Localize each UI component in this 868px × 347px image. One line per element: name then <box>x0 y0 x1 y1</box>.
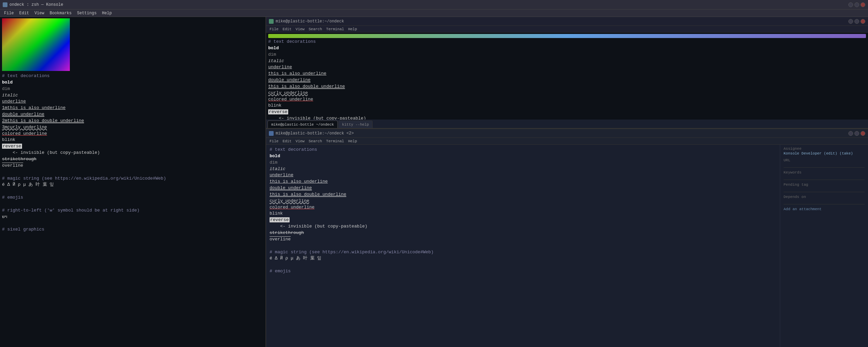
kitty-title: mike@plastic-bottle:~/ondeck <box>276 19 846 24</box>
kitty-menubar: File Edit View Search Terminal Help <box>266 26 868 33</box>
term-line: ויש <box>2 214 263 220</box>
term-line: bold <box>2 79 263 86</box>
kitty-terminal-output[interactable]: # text decorations bold dim italic under… <box>266 38 868 120</box>
menu-file[interactable]: File <box>1 11 17 16</box>
issue-menu-edit[interactable]: Edit <box>280 139 293 143</box>
menu-bookmarks[interactable]: Bookmarks <box>47 11 74 16</box>
sixel-graphics-image <box>2 18 70 71</box>
term-line: this is also double underline <box>268 84 866 90</box>
kitty-titlebar: mike@plastic-bottle:~/ondeck <box>266 17 868 26</box>
term-line: dim <box>268 52 866 58</box>
term-line: colored underline <box>2 131 263 137</box>
issue-maximize[interactable] <box>854 131 859 136</box>
menu-view[interactable]: View <box>32 11 47 16</box>
keywords-label: Keywords <box>784 170 865 175</box>
term-line: colored underline <box>270 204 776 211</box>
term-line: 3mcurly underline <box>2 124 263 131</box>
kitty-minimize[interactable] <box>848 19 853 24</box>
issue-panel-body: # text decorations bold dim italic under… <box>266 145 868 347</box>
menu-help[interactable]: Help <box>99 11 115 16</box>
kitty-menu-terminal[interactable]: Terminal <box>324 27 346 31</box>
maximize-button[interactable] <box>854 2 859 7</box>
kitty-menu-edit[interactable]: Edit <box>280 27 293 31</box>
issue-panel-menubar: File Edit View Search Terminal Help <box>266 138 868 145</box>
kitty-menu-view[interactable]: View <box>294 27 307 31</box>
term-line: overline <box>2 163 263 169</box>
kitty-tab-1[interactable]: mike@plastic-bottle ~/ondeck <box>268 121 338 128</box>
right-panel: mike@plastic-bottle:~/ondeck File Edit V… <box>266 17 868 347</box>
term-line: 1mthis is also underline <box>2 105 263 111</box>
main-content: # text decorations bold dim italic under… <box>0 17 868 347</box>
issue-close[interactable] <box>861 131 865 136</box>
add-attachment-field: Add an attachment <box>784 207 865 211</box>
term-line: # text decorations <box>270 147 776 153</box>
depends-on-value[interactable] <box>784 200 865 204</box>
issue-menu-file[interactable]: File <box>268 139 280 143</box>
close-button[interactable] <box>861 2 865 7</box>
window-controls <box>848 2 865 7</box>
term-line: underline <box>270 172 776 179</box>
issue-menu-help[interactable]: Help <box>346 139 359 143</box>
term-line: underline <box>2 98 263 105</box>
term-line: this is also double underline <box>270 191 776 198</box>
term-line: italic <box>2 92 263 99</box>
kitty-gradient-bar <box>268 34 866 38</box>
term-line: double underline <box>270 185 776 191</box>
issue-menu-terminal[interactable]: Terminal <box>324 139 346 143</box>
kitty-menu-search[interactable]: Search <box>307 27 324 31</box>
term-line: # magic string (see https://en.wikipedia… <box>270 249 776 256</box>
konsole-title: ondeck : zsh — Konsole <box>9 2 848 7</box>
term-line: # text decorations <box>2 73 263 79</box>
pending-tag-value[interactable] <box>784 187 865 192</box>
term-line: <- invisible (but copy-pasteable) <box>270 223 776 230</box>
kitty-menu-file[interactable]: File <box>268 27 280 31</box>
term-line: é Δ Й ρ μ あ 叶 葉 잎 <box>270 255 776 262</box>
issue-panel-icon <box>269 131 274 136</box>
keywords-value[interactable] <box>784 175 865 180</box>
menu-settings[interactable]: Settings <box>74 11 99 16</box>
konsole-terminal: # text decorations bold dim italic under… <box>0 17 266 347</box>
url-field: URL <box>784 158 865 168</box>
term-line: <- invisible (but copy-pasteable) <box>2 150 263 156</box>
pending-tag-label: Pending tag <box>784 183 865 187</box>
issue-panel-controls <box>848 131 865 136</box>
term-line: strikethrough <box>2 156 263 163</box>
term-line: # sixel graphics <box>2 226 263 233</box>
term-line <box>270 262 776 268</box>
term-line: underline <box>268 64 866 71</box>
kitty-icon <box>269 19 274 24</box>
issue-menu-search[interactable]: Search <box>307 139 324 143</box>
kitty-tab-2[interactable]: kitty --help <box>338 121 373 128</box>
terminal-output[interactable]: # text decorations bold dim italic under… <box>0 17 265 347</box>
kitty-maximize[interactable] <box>854 19 859 24</box>
issue-menu-view[interactable]: View <box>294 139 307 143</box>
depends-on-field: Depends on <box>784 195 865 204</box>
issue-minimize[interactable] <box>848 131 853 136</box>
konsole-menubar: File Edit View Bookmarks Settings Help <box>0 10 868 17</box>
issue-terminal-output[interactable]: # text decorations bold dim italic under… <box>266 145 780 347</box>
term-line: double underline <box>2 111 263 118</box>
issue-panel-titlebar: mike@plastic-bottle:~/ondeck <2> <box>266 129 868 138</box>
term-line: # text decorations <box>268 39 866 45</box>
menu-edit[interactable]: Edit <box>17 11 32 16</box>
konsole-icon <box>3 2 7 7</box>
assignee-label: Assignee <box>784 147 865 151</box>
assignee-field: Assignee Konsole Developer (edit) (take) <box>784 147 865 156</box>
kitty-menu-help[interactable]: Help <box>346 27 359 31</box>
add-attachment-button[interactable]: Add an attachment <box>784 207 865 211</box>
url-value[interactable] <box>784 163 865 168</box>
term-line <box>2 169 263 176</box>
kitty-tab-bar: mike@plastic-bottle ~/ondeck kitty --hel… <box>266 120 868 128</box>
term-line: this is also underline <box>270 179 776 185</box>
kitty-close[interactable] <box>861 19 865 24</box>
issue-sidebar: Assignee Konsole Developer (edit) (take)… <box>780 145 868 347</box>
term-line: blink <box>270 211 776 217</box>
minimize-button[interactable] <box>848 2 853 7</box>
term-line: this is also underline <box>268 71 866 77</box>
assignee-value[interactable]: Konsole Developer (edit) (take) <box>784 151 865 156</box>
term-line: reverse <box>270 217 776 223</box>
term-line <box>2 220 263 226</box>
term-line <box>2 188 263 195</box>
kitty-terminal-window: mike@plastic-bottle:~/ondeck File Edit V… <box>266 17 868 129</box>
term-line: é Δ Й ρ μ あ 叶 葉 잎 <box>2 182 263 188</box>
